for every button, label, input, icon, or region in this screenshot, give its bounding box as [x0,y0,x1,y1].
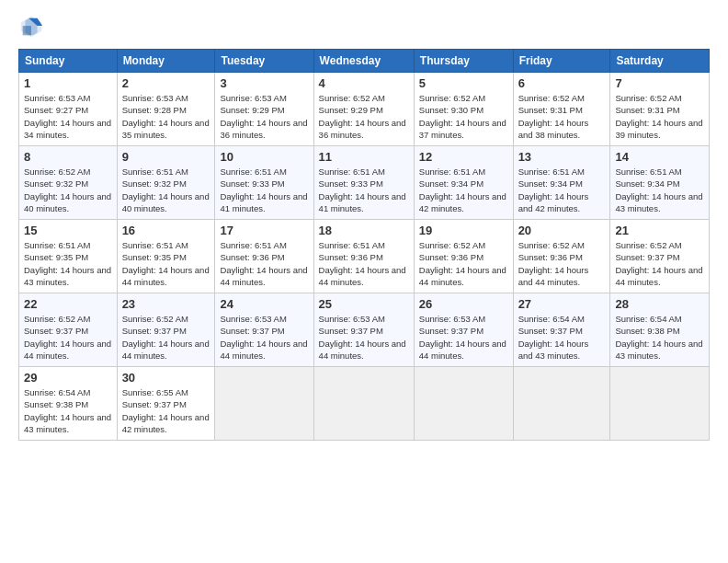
calendar-cell [313,367,414,441]
weekday-header-monday: Monday [117,50,215,73]
day-detail: Sunrise: 6:52 AMSunset: 9:29 PMDaylight:… [319,93,406,140]
day-number: 22 [24,297,112,311]
day-detail: Sunrise: 6:52 AMSunset: 9:36 PMDaylight:… [518,240,589,287]
calendar-cell: 28 Sunrise: 6:54 AMSunset: 9:38 PMDaylig… [610,293,710,367]
calendar-cell: 26 Sunrise: 6:53 AMSunset: 9:37 PMDaylig… [414,293,513,367]
calendar-cell: 5 Sunrise: 6:52 AMSunset: 9:30 PMDayligh… [414,73,513,146]
day-number: 15 [24,224,112,237]
day-detail: Sunrise: 6:51 AMSunset: 9:33 PMDaylight:… [319,167,406,213]
calendar-week-row: 1 Sunrise: 6:53 AMSunset: 9:27 PMDayligh… [19,73,710,146]
weekday-header-tuesday: Tuesday [215,50,313,73]
day-number: 14 [615,150,704,164]
day-number: 10 [220,150,308,164]
day-detail: Sunrise: 6:51 AMSunset: 9:36 PMDaylight:… [319,240,406,287]
calendar-cell: 15 Sunrise: 6:51 AMSunset: 9:35 PMDaylig… [19,220,118,293]
weekday-header-thursday: Thursday [414,50,513,73]
calendar-cell: 14 Sunrise: 6:51 AMSunset: 9:34 PMDaylig… [610,146,710,220]
calendar-cell: 11 Sunrise: 6:51 AMSunset: 9:33 PMDaylig… [313,146,414,220]
day-number: 6 [518,76,606,90]
weekday-header-saturday: Saturday [610,50,710,73]
day-detail: Sunrise: 6:54 AMSunset: 9:38 PMDaylight:… [615,314,702,361]
calendar-cell: 13 Sunrise: 6:51 AMSunset: 9:34 PMDaylig… [513,146,610,220]
day-detail: Sunrise: 6:54 AMSunset: 9:37 PMDaylight:… [518,314,589,361]
day-detail: Sunrise: 6:52 AMSunset: 9:37 PMDaylight:… [615,240,702,287]
calendar-week-row: 22 Sunrise: 6:52 AMSunset: 9:37 PMDaylig… [19,293,710,367]
day-detail: Sunrise: 6:52 AMSunset: 9:32 PMDaylight:… [24,167,111,213]
calendar-cell: 24 Sunrise: 6:53 AMSunset: 9:37 PMDaylig… [215,293,313,367]
calendar-table: SundayMondayTuesdayWednesdayThursdayFrid… [18,49,710,441]
weekday-header-row: SundayMondayTuesdayWednesdayThursdayFrid… [19,50,710,73]
calendar-cell: 17 Sunrise: 6:51 AMSunset: 9:36 PMDaylig… [215,220,313,293]
calendar-cell [513,367,610,441]
calendar-cell [610,367,710,441]
day-detail: Sunrise: 6:53 AMSunset: 9:28 PMDaylight:… [122,93,210,140]
calendar-cell: 7 Sunrise: 6:52 AMSunset: 9:31 PMDayligh… [610,73,710,146]
day-detail: Sunrise: 6:52 AMSunset: 9:37 PMDaylight:… [24,314,111,361]
calendar-cell: 22 Sunrise: 6:52 AMSunset: 9:37 PMDaylig… [19,293,118,367]
day-number: 11 [319,150,409,164]
calendar-week-row: 8 Sunrise: 6:52 AMSunset: 9:32 PMDayligh… [19,146,710,220]
day-number: 13 [518,150,606,164]
calendar-cell: 8 Sunrise: 6:52 AMSunset: 9:32 PMDayligh… [19,146,118,220]
day-number: 9 [122,150,210,164]
weekday-header-wednesday: Wednesday [313,50,414,73]
logo [18,14,48,40]
day-number: 1 [24,76,112,90]
day-detail: Sunrise: 6:51 AMSunset: 9:34 PMDaylight:… [518,167,589,213]
day-number: 29 [24,371,112,385]
calendar-cell: 10 Sunrise: 6:51 AMSunset: 9:33 PMDaylig… [215,146,313,220]
day-number: 16 [122,224,210,237]
day-detail: Sunrise: 6:54 AMSunset: 9:38 PMDaylight:… [24,387,111,434]
day-detail: Sunrise: 6:51 AMSunset: 9:34 PMDaylight:… [615,167,702,213]
day-detail: Sunrise: 6:53 AMSunset: 9:37 PMDaylight:… [220,314,307,361]
day-number: 20 [518,224,606,237]
calendar-cell [414,367,513,441]
day-detail: Sunrise: 6:51 AMSunset: 9:32 PMDaylight:… [122,167,210,213]
calendar-cell: 16 Sunrise: 6:51 AMSunset: 9:35 PMDaylig… [117,220,215,293]
calendar-cell: 23 Sunrise: 6:52 AMSunset: 9:37 PMDaylig… [117,293,215,367]
day-detail: Sunrise: 6:52 AMSunset: 9:31 PMDaylight:… [615,93,702,140]
day-number: 23 [122,297,210,311]
calendar-cell: 12 Sunrise: 6:51 AMSunset: 9:34 PMDaylig… [414,146,513,220]
calendar-cell: 6 Sunrise: 6:52 AMSunset: 9:31 PMDayligh… [513,73,610,146]
weekday-header-friday: Friday [513,50,610,73]
day-detail: Sunrise: 6:53 AMSunset: 9:37 PMDaylight:… [419,314,506,361]
day-number: 27 [518,297,606,311]
day-detail: Sunrise: 6:52 AMSunset: 9:31 PMDaylight:… [518,93,589,140]
day-detail: Sunrise: 6:51 AMSunset: 9:35 PMDaylight:… [122,240,210,287]
day-detail: Sunrise: 6:52 AMSunset: 9:36 PMDaylight:… [419,240,506,287]
calendar-cell: 21 Sunrise: 6:52 AMSunset: 9:37 PMDaylig… [610,220,710,293]
day-number: 4 [319,76,409,90]
day-detail: Sunrise: 6:52 AMSunset: 9:37 PMDaylight:… [122,314,210,361]
header [18,14,710,40]
day-number: 12 [419,150,508,164]
day-number: 5 [419,76,508,90]
day-detail: Sunrise: 6:51 AMSunset: 9:35 PMDaylight:… [24,240,111,287]
day-detail: Sunrise: 6:51 AMSunset: 9:34 PMDaylight:… [419,167,506,213]
day-detail: Sunrise: 6:52 AMSunset: 9:30 PMDaylight:… [419,93,506,140]
day-detail: Sunrise: 6:51 AMSunset: 9:33 PMDaylight:… [220,167,307,213]
day-detail: Sunrise: 6:53 AMSunset: 9:27 PMDaylight:… [24,93,111,140]
day-number: 7 [615,76,704,90]
page: SundayMondayTuesdayWednesdayThursdayFrid… [0,0,728,563]
day-number: 3 [220,76,308,90]
day-number: 8 [24,150,112,164]
day-number: 24 [220,297,308,311]
calendar-cell: 29 Sunrise: 6:54 AMSunset: 9:38 PMDaylig… [19,367,118,441]
day-number: 30 [122,371,210,385]
day-number: 2 [122,76,210,90]
calendar-cell: 19 Sunrise: 6:52 AMSunset: 9:36 PMDaylig… [414,220,513,293]
calendar-cell: 20 Sunrise: 6:52 AMSunset: 9:36 PMDaylig… [513,220,610,293]
calendar-cell: 3 Sunrise: 6:53 AMSunset: 9:29 PMDayligh… [215,73,313,146]
weekday-header-sunday: Sunday [19,50,118,73]
calendar-cell: 2 Sunrise: 6:53 AMSunset: 9:28 PMDayligh… [117,73,215,146]
day-number: 17 [220,224,308,237]
calendar-cell: 4 Sunrise: 6:52 AMSunset: 9:29 PMDayligh… [313,73,414,146]
logo-icon [18,14,44,40]
calendar-cell: 1 Sunrise: 6:53 AMSunset: 9:27 PMDayligh… [19,73,118,146]
day-number: 21 [615,224,704,237]
day-number: 25 [319,297,409,311]
day-detail: Sunrise: 6:53 AMSunset: 9:29 PMDaylight:… [220,93,307,140]
day-number: 18 [319,224,409,237]
day-number: 28 [615,297,704,311]
